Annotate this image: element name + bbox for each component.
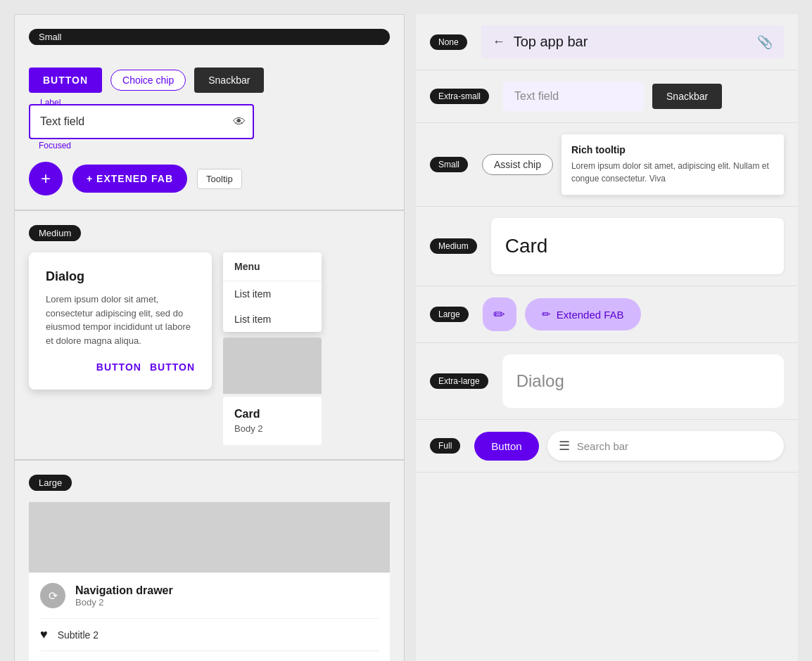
rich-tooltip: Rich tooltip Lorem ipsum dolor sit amet,… <box>562 134 784 195</box>
right-text-field[interactable] <box>503 82 644 111</box>
nav-item-1[interactable]: ♥ Subtitle 2 <box>29 619 390 650</box>
medium-right-content: Card <box>491 218 784 274</box>
avatar-icon: ⟳ <box>49 589 58 603</box>
left-panel: Small BUTTON Choice chip Snackbar Label … <box>14 14 405 661</box>
right-row-large: Large ✏ ✏ Extended FAB <box>416 286 798 343</box>
dialog-body: Lorem ipsum dolor sit amet, consectetur … <box>46 293 195 347</box>
text-field-input[interactable] <box>29 104 254 139</box>
text-field-wrapper: Label 👁 <box>29 104 254 139</box>
large-section: Large ⟳ Navigation drawer Body 2 ♥ Subti… <box>14 460 405 661</box>
tooltip: Tooltip <box>197 169 242 189</box>
card-title: Card <box>234 408 310 421</box>
extra-large-content: Dialog <box>502 354 784 408</box>
medium-content: Dialog Lorem ipsum dolor sit amet, conse… <box>29 252 390 445</box>
hamburger-icon: ☰ <box>559 438 570 454</box>
small-row1: BUTTON Choice chip Snackbar <box>29 68 390 93</box>
right-row-extra-small: Extra-small Snackbar <box>416 70 798 123</box>
search-bar-label: Search bar <box>577 440 628 452</box>
eye-icon[interactable]: 👁 <box>233 115 246 129</box>
right-button[interactable]: Button <box>474 432 538 461</box>
nav-header: ⟳ Navigation drawer Body 2 <box>29 573 390 618</box>
back-arrow-icon[interactable]: ← <box>493 34 505 49</box>
nav-title-group: Navigation drawer Body 2 <box>75 584 173 608</box>
full-content: Button ☰ Search bar <box>474 431 784 461</box>
right-panel: None ← Top app bar 📎 Extra-small Snackba… <box>416 14 798 661</box>
nav-subtitle: Body 2 <box>75 597 173 608</box>
medium-section: Medium Dialog Lorem ipsum dolor sit amet… <box>14 210 405 460</box>
rich-tooltip-body: Lorem ipsum dolor sit amet, adipiscing e… <box>571 160 774 185</box>
menu-header: Menu <box>223 252 322 281</box>
right-dialog-title: Dialog <box>516 371 770 391</box>
right-fab-extended[interactable]: ✏ Extended FAB <box>525 298 641 330</box>
snackbar: Snackbar <box>194 68 264 93</box>
card-image <box>223 338 322 394</box>
menu-card-group: Menu List item List item Card Body 2 <box>223 252 322 445</box>
right-card: Card <box>491 218 784 274</box>
fabs-row: + + EXTENED FAB Tooltip <box>29 162 390 195</box>
nav-title: Navigation drawer <box>75 584 173 597</box>
small-section: Small BUTTON Choice chip Snackbar Label … <box>14 14 405 210</box>
right-row-none: None ← Top app bar 📎 <box>416 14 798 70</box>
dialog-buttons: BUTTON BUTTON <box>46 361 195 373</box>
nav-image <box>29 502 390 572</box>
medium-right-badge: Medium <box>430 238 477 254</box>
right-fab-round[interactable]: ✏ <box>483 297 516 331</box>
large-content: ⟳ Navigation drawer Body 2 ♥ Subtitle 2 … <box>29 502 390 661</box>
filled-button[interactable]: BUTTON <box>29 68 102 93</box>
extra-large-badge: Extra-large <box>430 373 488 389</box>
nav-drawer: ⟳ Navigation drawer Body 2 ♥ Subtitle 2 … <box>29 572 390 661</box>
pencil-icon-small: ✏ <box>493 306 505 323</box>
choice-chip[interactable]: Choice chip <box>110 70 186 91</box>
right-row-small: Small Assist chip Rich tooltip Lorem ips… <box>416 123 798 207</box>
menu: Menu List item List item <box>223 252 322 332</box>
text-field-focused: Focused <box>39 141 390 150</box>
nav-item-2[interactable]: ♥ Subtitle 2 <box>29 651 390 661</box>
assist-chip[interactable]: Assist chip <box>482 154 553 175</box>
none-badge: None <box>430 34 467 50</box>
small-right-badge: Small <box>430 157 468 172</box>
dialog-button-1[interactable]: BUTTON <box>96 361 141 373</box>
extra-small-badge: Extra-small <box>430 89 489 104</box>
medium-badge: Medium <box>29 225 81 241</box>
right-card-title: Card <box>505 235 770 257</box>
top-app-bar: ← Top app bar 📎 <box>481 25 784 58</box>
fab-round-button[interactable]: + <box>29 162 63 195</box>
pencil-icon-large: ✏ <box>542 308 551 321</box>
small-badge: Small <box>29 29 390 45</box>
search-bar[interactable]: ☰ Search bar <box>547 431 784 461</box>
app-bar-title: Top app bar <box>514 34 749 50</box>
right-row-medium: Medium Card <box>416 207 798 286</box>
right-dialog: Dialog <box>502 354 784 408</box>
dialog-title: Dialog <box>46 269 195 284</box>
fab-extended-button[interactable]: + EXTENED FAB <box>72 165 187 193</box>
extra-small-content: Snackbar <box>503 82 784 111</box>
large-badge: Large <box>29 475 72 491</box>
nav-item-1-label: Subtitle 2 <box>58 629 99 641</box>
heart-icon-1: ♥ <box>40 627 48 642</box>
dialog-button-2[interactable]: BUTTON <box>150 361 195 373</box>
large-right-content: ✏ ✏ Extended FAB <box>483 297 784 331</box>
right-row-extra-large: Extra-large Dialog <box>416 343 798 420</box>
card-content: Card Body 2 <box>223 397 322 445</box>
menu-item-2[interactable]: List item <box>223 307 322 332</box>
fab-extended-label: Extended FAB <box>557 309 624 321</box>
menu-item-1[interactable]: List item <box>223 281 322 307</box>
rich-tooltip-title: Rich tooltip <box>571 144 774 155</box>
card-small: Card Body 2 <box>223 338 322 445</box>
card-body: Body 2 <box>234 423 310 434</box>
large-right-badge: Large <box>430 307 469 322</box>
small-right-content: Assist chip Rich tooltip Lorem ipsum dol… <box>482 134 784 195</box>
right-snackbar: Snackbar <box>652 84 722 109</box>
avatar: ⟳ <box>40 583 65 608</box>
plus-icon: + <box>41 169 51 188</box>
right-row-full: Full Button ☰ Search bar <box>416 420 798 473</box>
full-badge: Full <box>430 438 460 454</box>
dialog: Dialog Lorem ipsum dolor sit amet, conse… <box>29 252 212 390</box>
top-app-bar-content: ← Top app bar 📎 <box>481 25 784 58</box>
paperclip-icon[interactable]: 📎 <box>757 34 773 50</box>
